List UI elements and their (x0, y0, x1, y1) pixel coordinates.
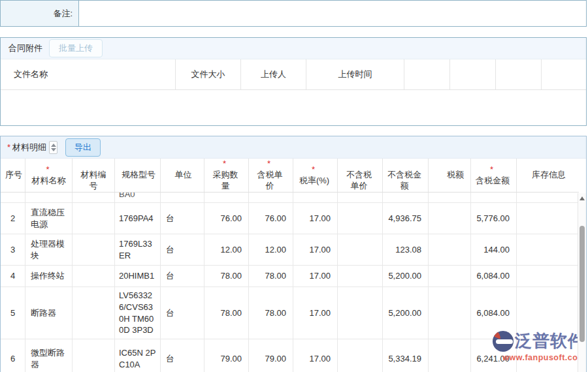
contract-attachments-section: 合同附件 批量上传 文件名称 文件大小 上传人 上传时间 (0, 37, 587, 126)
attachments-title: 合同附件 (8, 42, 42, 54)
cell-material-code (73, 234, 115, 265)
cell-qty: 79.00 (204, 339, 249, 372)
cell-tax-amount (429, 287, 471, 339)
column-header-empty (404, 59, 450, 89)
cell-amount-excl: 4,936.75 (383, 203, 429, 234)
spinner-down-icon[interactable] (51, 148, 56, 151)
column-header-uploader: 上传人 (241, 59, 306, 89)
cell-spec: 20HIMB1 (115, 266, 161, 287)
cell-price-excl (338, 339, 383, 372)
cell-material-name: 断路器 (25, 287, 73, 339)
cell-spec: IC65N 2P C10A (115, 339, 161, 372)
cell-amount-excl: 5,200.00 (383, 266, 429, 287)
cell-price-incl: 12.00 (249, 234, 293, 265)
spinner-up-icon[interactable] (51, 144, 56, 147)
cell-amount-excl: 5,334.19 (383, 339, 429, 372)
cell-seq: 5 (1, 287, 25, 339)
cell-price-excl (338, 287, 383, 339)
watermark-brand: 泛普软件 (515, 330, 585, 352)
cell-tax-rate: 17.00 (293, 234, 338, 265)
column-header-tax-amount: 税额 (429, 159, 471, 192)
vendor-watermark: 泛普软件 www.fanpusoft.com (498, 330, 585, 362)
cell-spec: LV563326/CVS630H TM600D 3P3D (115, 287, 161, 339)
cell-price-incl: 78.00 (249, 266, 293, 287)
materials-table-header: 序号 *材料名称 材料编号 规格型号 单位 *采购数量 *含税单价 *税率(%)… (1, 159, 579, 193)
column-header-amount-excl-tax: 不含税金额 (383, 159, 429, 192)
cell-material-code (73, 287, 115, 339)
clipped-spec-text: BA0 (119, 193, 135, 200)
column-header-price-incl-tax: *含税单价 (249, 159, 293, 192)
cell-inventory (517, 266, 579, 287)
cell-material-name: 直流稳压电源 (25, 203, 73, 234)
cell-seq: 3 (1, 234, 25, 265)
cell-qty: 76.00 (204, 203, 249, 234)
cell-tax-rate: 17.00 (293, 203, 338, 234)
cell-price-incl: 76.00 (249, 203, 293, 234)
column-header-seq: 序号 (1, 159, 25, 192)
column-header-empty (450, 59, 496, 89)
cell-material-code (73, 266, 115, 287)
cell-material-name: 操作终站 (25, 266, 73, 287)
remark-input[interactable] (79, 1, 586, 26)
table-row[interactable]: 6 微型断路器 IC65N 2P C10A 台 79.00 79.00 17.0… (1, 339, 579, 372)
column-header-file-name: 文件名称 (1, 59, 176, 89)
material-details-title: 材料明细 (12, 142, 46, 153)
cell-qty: 78.00 (204, 287, 249, 339)
cell-inventory (517, 203, 579, 234)
cell-price-incl: 78.00 (249, 287, 293, 339)
cell-tax-rate: 17.00 (293, 287, 338, 339)
attachments-table-header: 文件名称 文件大小 上传人 上传时间 (1, 59, 586, 90)
sort-spinner-icon[interactable] (49, 141, 57, 154)
cell-tax-rate: 17.00 (293, 339, 338, 372)
cell-unit: 台 (161, 287, 204, 339)
cell-price-excl (338, 266, 383, 287)
column-header-unit: 单位 (161, 159, 204, 192)
cell-tax-rate: 17.00 (293, 266, 338, 287)
cell-spec: 1769L33ER (115, 234, 161, 265)
table-row[interactable]: 4 操作终站 20HIMB1 台 78.00 78.00 17.00 5,200… (1, 266, 579, 287)
cell-unit: 台 (161, 234, 204, 265)
table-row-clipped[interactable]: BA0 (1, 193, 579, 203)
export-button[interactable]: 导出 (65, 138, 101, 157)
required-asterisk: * (7, 142, 10, 152)
column-header-file-size: 文件大小 (176, 59, 241, 89)
cell-tax-amount (429, 203, 471, 234)
cell-material-name: 处理器模块 (25, 234, 73, 265)
column-header-material-code: 材料编号 (73, 159, 115, 192)
cell-amount-incl: 144.00 (471, 234, 517, 265)
cell-unit: 台 (161, 339, 204, 372)
table-row[interactable]: 3 处理器模块 1769L33ER 台 12.00 12.00 17.00 12… (1, 234, 579, 266)
fanpu-logo-icon (493, 331, 514, 352)
column-header-tax-rate: *税率(%) (293, 159, 338, 192)
cell-qty: 12.00 (204, 234, 249, 265)
table-row[interactable]: 2 直流稳压电源 1769PA4 台 76.00 76.00 17.00 4,9… (1, 203, 579, 234)
table-row[interactable]: 5 断路器 LV563326/CVS630H TM600D 3P3D 台 78.… (1, 287, 579, 339)
cell-material-code (73, 203, 115, 234)
cell-material-name: 微型断路器 (25, 339, 73, 372)
cell-tax-amount (429, 266, 471, 287)
remark-label: 备注: (1, 1, 79, 26)
cell-qty: 78.00 (204, 266, 249, 287)
cell-tax-amount (429, 339, 471, 372)
scroll-up-arrow-icon[interactable] (580, 196, 585, 200)
cell-inventory (517, 234, 579, 265)
cell-amount-excl: 123.08 (383, 234, 429, 265)
attachments-header-bar: 合同附件 批量上传 (1, 38, 586, 59)
remark-section: 备注: (0, 0, 587, 27)
cell-amount-incl: 6,084.00 (471, 266, 517, 287)
cell-amount-incl: 5,776.00 (471, 203, 517, 234)
cell-price-incl: 79.00 (249, 339, 293, 372)
batch-upload-button[interactable]: 批量上传 (49, 39, 103, 57)
cell-unit: 台 (161, 266, 204, 287)
scrollbar-thumb[interactable] (580, 226, 585, 342)
column-header-purchase-qty: *采购数量 (204, 159, 249, 192)
cell-unit: 台 (161, 203, 204, 234)
vertical-scrollbar[interactable] (578, 193, 586, 372)
cell-price-excl (338, 203, 383, 234)
watermark-url: www.fanpusoft.com (498, 353, 585, 362)
cell-seq: 6 (1, 339, 25, 372)
procurement-contract-page: 备注: 合同附件 批量上传 文件名称 文件大小 上传人 上传时间 * 材料明细 (0, 0, 588, 372)
cell-price-excl (338, 234, 383, 265)
column-header-amount-incl-tax: *含税金额 (471, 159, 517, 192)
cell-spec: 1769PA4 (115, 203, 161, 234)
